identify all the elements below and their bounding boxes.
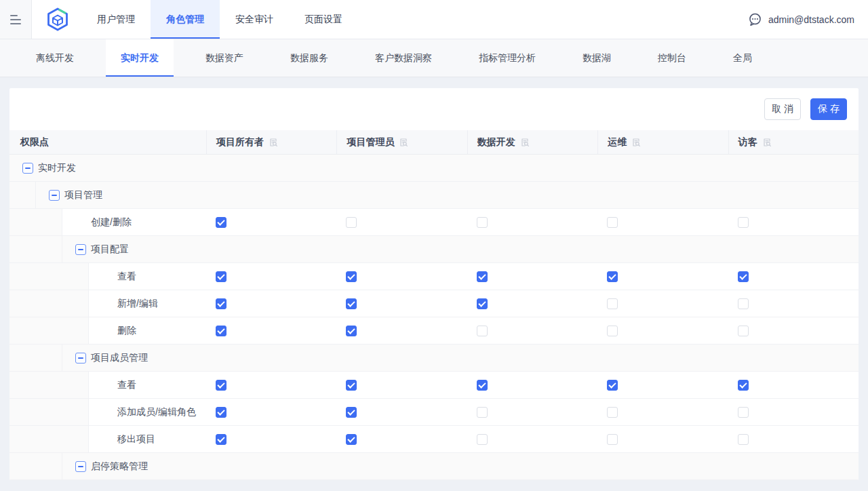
permission-checkbox[interactable] [346,407,357,418]
permission-checkbox[interactable] [738,407,749,418]
permission-checkbox[interactable] [346,326,357,336]
role-cell [206,155,336,181]
permission-label-cell: 实时开发 [9,155,206,181]
permission-checkbox[interactable] [477,298,488,309]
tree-indent [9,345,62,371]
permission-group-row: 项目管理 [9,182,859,209]
topnav-tab-3[interactable]: 安全审计 [220,0,289,39]
permission-label: 项目成员管理 [91,352,148,364]
role-column-header: 项目管理员 [336,130,467,154]
permission-checkbox[interactable] [216,271,226,282]
product-tab-8[interactable]: 控制台 [643,39,701,77]
permission-label-cell: 项目管理 [9,182,206,208]
permission-table-body: 实时开发项目管理创建/删除项目配置查看新增/编辑删除项目成员管理查看添加成员/编… [9,155,859,480]
product-tab-6[interactable]: 指标管理分析 [464,39,551,77]
file-search-icon[interactable] [520,138,530,147]
permission-checkbox[interactable] [216,380,226,391]
permission-label: 查看 [117,271,136,283]
permission-checkbox[interactable] [738,380,749,391]
collapse-minus-icon[interactable] [22,163,33,174]
menu-toggle-button[interactable] [0,0,32,39]
collapse-minus-icon[interactable] [75,353,86,364]
tree-indent [9,372,89,398]
permission-checkbox[interactable] [607,217,618,228]
file-search-icon[interactable] [762,138,772,147]
role-cell [336,372,467,398]
role-cell [206,399,336,425]
permission-checkbox[interactable] [607,407,618,418]
permission-checkbox[interactable] [477,380,488,391]
file-search-icon[interactable] [269,138,278,147]
permission-label: 创建/删除 [91,216,132,229]
permission-checkbox[interactable] [738,326,749,336]
role-cell [467,290,597,317]
topnav-tab-4[interactable]: 页面设置 [289,0,358,39]
role-cell [336,345,467,371]
cancel-button[interactable]: 取 消 [764,98,801,120]
tree-indent [9,236,62,262]
tree-indent [9,317,89,344]
permission-checkbox[interactable] [216,407,226,418]
topnav-tab-1[interactable]: 用户管理 [81,0,151,39]
role-cell [336,155,467,181]
role-cell [467,317,597,344]
permission-checkbox[interactable] [477,407,488,418]
save-button[interactable]: 保 存 [810,98,847,120]
message-bubble-icon[interactable] [748,12,762,26]
role-cell [467,399,597,425]
permission-checkbox[interactable] [477,326,488,336]
role-cell [467,209,597,235]
collapse-minus-icon[interactable] [49,190,60,201]
permission-checkbox[interactable] [738,434,749,445]
role-cell [467,182,597,208]
topbar-spacer [358,0,748,39]
file-search-icon[interactable] [631,138,641,147]
permission-checkbox[interactable] [738,271,749,282]
permission-checkbox[interactable] [607,298,618,309]
product-tab-7[interactable]: 数据湖 [568,39,626,77]
collapse-minus-icon[interactable] [75,244,86,255]
role-cell [728,155,859,181]
role-cell [206,372,336,398]
permission-checkbox[interactable] [477,271,488,282]
permission-checkbox[interactable] [216,217,226,228]
role-cell [597,317,728,344]
permission-checkbox[interactable] [477,434,488,445]
role-cell [336,426,467,452]
role-cell [467,426,597,452]
user-email: admin@dtstack.com [768,14,854,25]
permission-checkbox[interactable] [346,434,357,445]
user-account[interactable]: admin@dtstack.com [748,0,868,39]
permission-checkbox[interactable] [216,298,226,309]
permission-checkbox[interactable] [607,271,618,282]
permission-checkbox[interactable] [346,271,357,282]
permission-checkbox[interactable] [216,434,226,445]
product-tab-1[interactable]: 离线开发 [21,39,89,77]
permission-checkbox[interactable] [216,326,226,336]
permission-label-cell: 查看 [9,372,206,398]
product-tab-3[interactable]: 数据资产 [191,39,258,77]
product-tab-9[interactable]: 全局 [718,39,767,77]
product-tab-4[interactable]: 数据服务 [275,39,343,77]
permission-checkbox[interactable] [346,380,357,391]
topnav-tab-2[interactable]: 角色管理 [151,0,220,39]
role-cell [206,209,336,235]
product-tab-5[interactable]: 客户数据洞察 [360,39,447,77]
permission-checkbox[interactable] [346,217,357,228]
collapse-minus-icon[interactable] [75,461,86,472]
permission-checkbox[interactable] [607,326,618,336]
permission-checkbox[interactable] [607,434,618,445]
permission-checkbox[interactable] [477,217,488,228]
role-cell [336,290,467,317]
app-logo[interactable] [32,0,81,39]
role-cell [336,236,467,262]
permission-label-cell: 查看 [9,263,206,290]
file-search-icon[interactable] [399,138,408,147]
permission-checkbox[interactable] [738,217,749,228]
product-tab-2[interactable]: 实时开发 [106,39,174,77]
permission-checkbox[interactable] [346,298,357,309]
permission-checkbox[interactable] [738,298,749,309]
permission-label-cell: 移出项目 [9,426,206,452]
permission-row: 查看 [9,372,859,399]
permission-checkbox[interactable] [607,380,618,391]
